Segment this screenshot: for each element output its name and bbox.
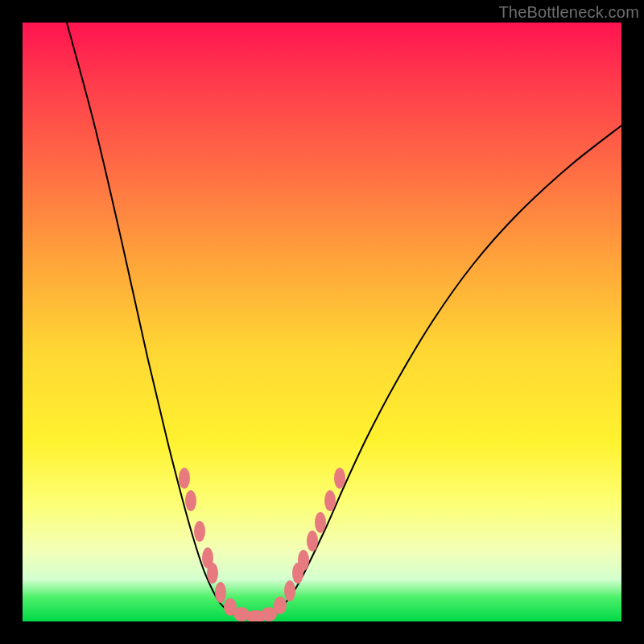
curve-marker — [215, 582, 226, 603]
chart-plot-area — [23, 23, 621, 621]
bottleneck-curve — [67, 23, 621, 618]
watermark-text: TheBottleneck.com — [498, 3, 639, 22]
curve-marker — [307, 530, 318, 551]
chart-svg — [23, 23, 621, 621]
curve-marker — [274, 597, 287, 614]
curve-marker — [194, 521, 205, 542]
curve-marker — [324, 490, 336, 511]
curve-marker — [179, 468, 190, 489]
curve-marker — [334, 468, 345, 489]
curve-marker — [284, 580, 295, 601]
curve-marker — [298, 550, 309, 571]
curve-markers — [179, 468, 345, 621]
curve-marker — [315, 512, 326, 533]
curve-marker — [207, 563, 218, 584]
curve-marker — [185, 490, 196, 511]
